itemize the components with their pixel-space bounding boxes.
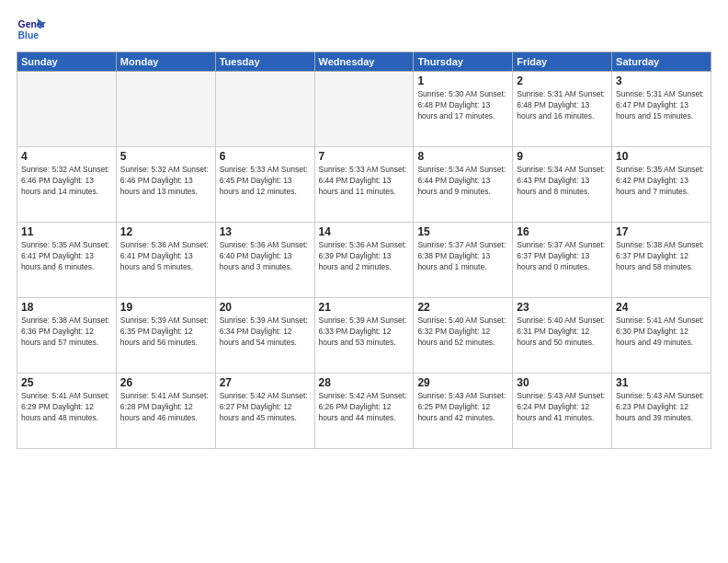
day-number: 21	[319, 301, 410, 314]
day-number: 17	[616, 225, 707, 238]
day-number: 14	[319, 225, 410, 238]
calendar-cell: 13Sunrise: 5:36 AM Sunset: 6:40 PM Dayli…	[215, 223, 314, 298]
calendar-cell: 27Sunrise: 5:42 AM Sunset: 6:27 PM Dayli…	[215, 373, 314, 449]
calendar-cell: 5Sunrise: 5:32 AM Sunset: 6:46 PM Daylig…	[116, 147, 215, 223]
day-number: 4	[21, 150, 112, 163]
day-number: 28	[319, 376, 410, 389]
day-info: Sunrise: 5:40 AM Sunset: 6:32 PM Dayligh…	[417, 316, 508, 349]
day-info: Sunrise: 5:38 AM Sunset: 6:36 PM Dayligh…	[21, 316, 112, 349]
day-number: 9	[517, 150, 608, 163]
day-info: Sunrise: 5:37 AM Sunset: 6:38 PM Dayligh…	[417, 240, 508, 273]
day-number: 16	[517, 225, 608, 238]
calendar-cell: 18Sunrise: 5:38 AM Sunset: 6:36 PM Dayli…	[17, 298, 117, 373]
logo-icon: General Blue	[17, 15, 46, 44]
day-info: Sunrise: 5:43 AM Sunset: 6:24 PM Dayligh…	[517, 391, 608, 424]
calendar-cell	[17, 72, 117, 147]
calendar-cell	[116, 72, 215, 147]
day-number: 12	[120, 225, 211, 238]
day-number: 26	[120, 376, 211, 389]
weekday-header: Thursday	[414, 52, 513, 72]
day-info: Sunrise: 5:43 AM Sunset: 6:23 PM Dayligh…	[616, 391, 707, 424]
calendar-cell	[314, 72, 414, 147]
day-info: Sunrise: 5:32 AM Sunset: 6:46 PM Dayligh…	[120, 165, 211, 198]
day-info: Sunrise: 5:41 AM Sunset: 6:30 PM Dayligh…	[616, 316, 707, 349]
day-info: Sunrise: 5:38 AM Sunset: 6:37 PM Dayligh…	[616, 240, 707, 273]
calendar-cell: 28Sunrise: 5:42 AM Sunset: 6:26 PM Dayli…	[314, 373, 414, 449]
day-info: Sunrise: 5:31 AM Sunset: 6:48 PM Dayligh…	[517, 89, 608, 122]
calendar-week-row: 4Sunrise: 5:32 AM Sunset: 6:46 PM Daylig…	[17, 147, 711, 223]
day-number: 15	[417, 225, 508, 238]
weekday-header: Saturday	[612, 52, 711, 72]
calendar-cell: 10Sunrise: 5:35 AM Sunset: 6:42 PM Dayli…	[612, 147, 711, 223]
calendar-cell: 3Sunrise: 5:31 AM Sunset: 6:47 PM Daylig…	[612, 72, 711, 147]
day-info: Sunrise: 5:36 AM Sunset: 6:41 PM Dayligh…	[120, 240, 211, 273]
calendar-cell: 24Sunrise: 5:41 AM Sunset: 6:30 PM Dayli…	[612, 298, 711, 373]
calendar-cell: 23Sunrise: 5:40 AM Sunset: 6:31 PM Dayli…	[513, 298, 612, 373]
svg-text:Blue: Blue	[18, 30, 40, 40]
calendar-cell	[215, 72, 314, 147]
day-info: Sunrise: 5:33 AM Sunset: 6:45 PM Dayligh…	[220, 165, 311, 198]
day-number: 3	[616, 75, 707, 87]
day-number: 24	[616, 301, 707, 314]
calendar-cell: 29Sunrise: 5:43 AM Sunset: 6:25 PM Dayli…	[414, 373, 513, 449]
day-number: 23	[517, 301, 608, 314]
day-info: Sunrise: 5:33 AM Sunset: 6:44 PM Dayligh…	[319, 165, 410, 198]
calendar-cell: 4Sunrise: 5:32 AM Sunset: 6:46 PM Daylig…	[17, 147, 117, 223]
day-number: 10	[616, 150, 707, 163]
calendar-week-row: 25Sunrise: 5:41 AM Sunset: 6:29 PM Dayli…	[17, 373, 711, 449]
calendar-cell: 31Sunrise: 5:43 AM Sunset: 6:23 PM Dayli…	[612, 373, 711, 449]
day-number: 20	[220, 301, 311, 314]
day-info: Sunrise: 5:41 AM Sunset: 6:29 PM Dayligh…	[21, 391, 112, 424]
calendar-cell: 30Sunrise: 5:43 AM Sunset: 6:24 PM Dayli…	[513, 373, 612, 449]
calendar-week-row: 1Sunrise: 5:30 AM Sunset: 6:48 PM Daylig…	[17, 72, 711, 147]
calendar-table: SundayMondayTuesdayWednesdayThursdayFrid…	[17, 52, 711, 449]
day-info: Sunrise: 5:35 AM Sunset: 6:42 PM Dayligh…	[616, 165, 707, 198]
day-info: Sunrise: 5:43 AM Sunset: 6:25 PM Dayligh…	[417, 391, 508, 424]
day-number: 27	[220, 376, 311, 389]
calendar-cell: 11Sunrise: 5:35 AM Sunset: 6:41 PM Dayli…	[17, 223, 117, 298]
day-info: Sunrise: 5:42 AM Sunset: 6:26 PM Dayligh…	[319, 391, 410, 424]
day-number: 1	[417, 75, 508, 87]
day-info: Sunrise: 5:37 AM Sunset: 6:37 PM Dayligh…	[517, 240, 608, 273]
day-info: Sunrise: 5:41 AM Sunset: 6:28 PM Dayligh…	[120, 391, 211, 424]
calendar-cell: 17Sunrise: 5:38 AM Sunset: 6:37 PM Dayli…	[612, 223, 711, 298]
day-number: 8	[417, 150, 508, 163]
logo: General Blue	[17, 15, 50, 44]
weekday-header: Tuesday	[215, 52, 314, 72]
day-number: 5	[120, 150, 211, 163]
calendar-week-row: 18Sunrise: 5:38 AM Sunset: 6:36 PM Dayli…	[17, 298, 711, 373]
day-number: 2	[517, 75, 608, 87]
calendar-cell: 16Sunrise: 5:37 AM Sunset: 6:37 PM Dayli…	[513, 223, 612, 298]
day-info: Sunrise: 5:36 AM Sunset: 6:40 PM Dayligh…	[220, 240, 311, 273]
day-number: 19	[120, 301, 211, 314]
day-info: Sunrise: 5:30 AM Sunset: 6:48 PM Dayligh…	[417, 89, 508, 122]
weekday-header: Sunday	[17, 52, 117, 72]
weekday-header: Wednesday	[314, 52, 414, 72]
day-info: Sunrise: 5:34 AM Sunset: 6:43 PM Dayligh…	[517, 165, 608, 198]
day-info: Sunrise: 5:40 AM Sunset: 6:31 PM Dayligh…	[517, 316, 608, 349]
day-number: 22	[417, 301, 508, 314]
calendar-cell: 21Sunrise: 5:39 AM Sunset: 6:33 PM Dayli…	[314, 298, 414, 373]
day-info: Sunrise: 5:32 AM Sunset: 6:46 PM Dayligh…	[21, 165, 112, 198]
day-number: 31	[616, 376, 707, 389]
day-number: 29	[417, 376, 508, 389]
calendar-cell: 25Sunrise: 5:41 AM Sunset: 6:29 PM Dayli…	[17, 373, 117, 449]
calendar-cell: 8Sunrise: 5:34 AM Sunset: 6:44 PM Daylig…	[414, 147, 513, 223]
calendar-cell: 1Sunrise: 5:30 AM Sunset: 6:48 PM Daylig…	[414, 72, 513, 147]
day-info: Sunrise: 5:34 AM Sunset: 6:44 PM Dayligh…	[417, 165, 508, 198]
day-info: Sunrise: 5:39 AM Sunset: 6:35 PM Dayligh…	[120, 316, 211, 349]
day-number: 6	[220, 150, 311, 163]
day-info: Sunrise: 5:36 AM Sunset: 6:39 PM Dayligh…	[319, 240, 410, 273]
day-info: Sunrise: 5:39 AM Sunset: 6:34 PM Dayligh…	[220, 316, 311, 349]
day-number: 18	[21, 301, 112, 314]
calendar-cell: 22Sunrise: 5:40 AM Sunset: 6:32 PM Dayli…	[414, 298, 513, 373]
calendar-cell: 9Sunrise: 5:34 AM Sunset: 6:43 PM Daylig…	[513, 147, 612, 223]
day-number: 30	[517, 376, 608, 389]
calendar-cell: 19Sunrise: 5:39 AM Sunset: 6:35 PM Dayli…	[116, 298, 215, 373]
calendar-cell: 15Sunrise: 5:37 AM Sunset: 6:38 PM Dayli…	[414, 223, 513, 298]
day-number: 13	[220, 225, 311, 238]
calendar-cell: 20Sunrise: 5:39 AM Sunset: 6:34 PM Dayli…	[215, 298, 314, 373]
calendar-cell: 26Sunrise: 5:41 AM Sunset: 6:28 PM Dayli…	[116, 373, 215, 449]
day-number: 7	[319, 150, 410, 163]
calendar-cell: 6Sunrise: 5:33 AM Sunset: 6:45 PM Daylig…	[215, 147, 314, 223]
